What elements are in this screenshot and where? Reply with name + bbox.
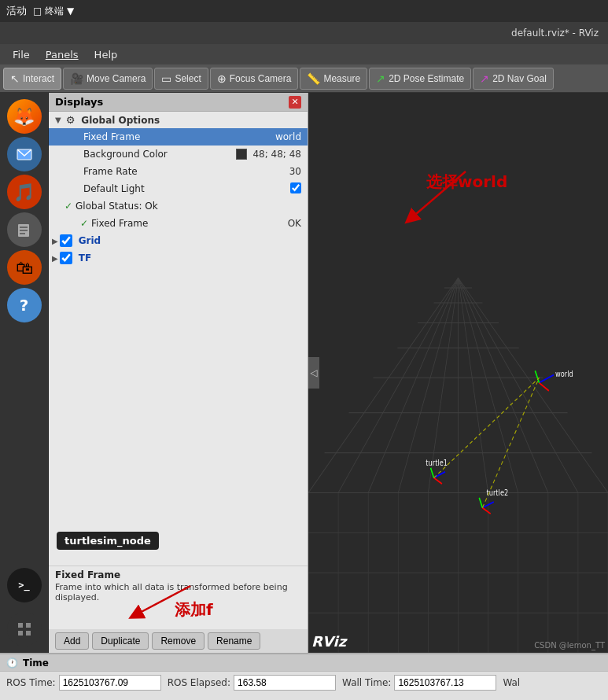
default-light-row[interactable]: Default Light — [49, 180, 308, 197]
remove-button[interactable]: Remove — [152, 632, 205, 650]
displays-panel: Displays ✕ ▼ ⚙ Global Options Fixed Fram… — [49, 93, 308, 653]
svg-rect-5 — [18, 623, 23, 628]
sidebar-music[interactable]: 🎵 — [7, 175, 42, 209]
sidebar-mail[interactable] — [7, 137, 42, 171]
displays-info: Fixed Frame Frame into which all data is… — [49, 566, 308, 606]
sidebar-firefox[interactable]: 🦊 — [7, 99, 42, 134]
global-options-expand[interactable]: ▼ — [55, 116, 61, 124]
activities-label[interactable]: 活动 — [6, 4, 27, 18]
grid-row[interactable]: ▶ Grid — [49, 232, 308, 249]
focus-camera-icon: ⊕ — [217, 72, 227, 85]
svg-rect-4 — [20, 233, 25, 234]
wall-time-input[interactable] — [394, 675, 496, 691]
pose-estimate-button[interactable]: ↗ 2D Pose Estimate — [369, 68, 471, 90]
rviz-logo: RViz — [311, 633, 346, 650]
global-status-row: ✓ Global Status: Ok — [49, 197, 308, 215]
global-options-header: ▼ ⚙ Global Options — [49, 112, 308, 128]
grid-expand[interactable]: ▶ — [52, 237, 58, 245]
nav-goal-icon: ↗ — [480, 72, 489, 85]
tf-expand[interactable]: ▶ — [52, 254, 58, 263]
sidebar-store[interactable]: 🛍 — [7, 250, 42, 285]
displays-close-button[interactable]: ✕ — [289, 96, 301, 109]
fixed-frame-status-checkmark: ✓ — [80, 218, 88, 229]
move-camera-button[interactable]: 🎥 Move Camera — [63, 68, 153, 90]
sidebar-help[interactable]: ? — [7, 288, 42, 322]
wall-time-field: Wall Time: — [342, 675, 496, 691]
background-color-value: 48; 48; 48 — [236, 149, 308, 160]
pose-estimate-icon: ↗ — [376, 72, 385, 85]
add-button[interactable]: Add — [55, 632, 89, 650]
svg-text:turtle2: turtle2 — [487, 488, 509, 497]
time-header: 🕐 Time — [0, 654, 608, 672]
tf-row[interactable]: ▶ TF — [49, 249, 308, 267]
fixed-frame-value: world — [275, 131, 308, 142]
fixed-frame-status-value: OK — [288, 218, 308, 229]
measure-icon: 📏 — [307, 72, 320, 85]
ros-time-input[interactable] — [59, 675, 161, 691]
window-title: default.rviz* - RViz — [511, 28, 599, 39]
svg-rect-8 — [26, 631, 31, 636]
rename-button[interactable]: Rename — [208, 632, 260, 650]
ros-time-field: ROS Time: — [6, 675, 161, 691]
wall-label: Wal — [503, 677, 520, 688]
terminal-icon[interactable]: □ 终端 ▼ — [33, 5, 74, 18]
wall-time-label: Wall Time: — [342, 677, 391, 688]
displays-buttons-bar: Add Duplicate Remove Rename — [49, 629, 308, 653]
watermark: CSDN @lemon_TT — [534, 641, 605, 650]
menu-file[interactable]: File — [6, 47, 36, 62]
displays-content: ▼ ⚙ Global Options Fixed Frame world Bac… — [49, 112, 308, 339]
menu-panels[interactable]: Panels — [39, 47, 85, 62]
default-light-key: Default Light — [80, 183, 290, 194]
wall-field: Wal — [503, 677, 520, 688]
sidebar-files[interactable] — [7, 212, 42, 247]
ros-elapsed-input[interactable] — [234, 675, 336, 691]
focus-camera-button[interactable]: ⊕ Focus Camera — [210, 68, 299, 90]
svg-rect-2 — [20, 227, 28, 228]
icon-sidebar: 🦊 🎵 🛍 ? >_ — [0, 93, 49, 653]
grid-checkbox[interactable] — [60, 234, 72, 247]
interact-button[interactable]: ↖ Interact — [3, 68, 61, 90]
time-label: Time — [23, 658, 49, 669]
fixed-frame-status-row: ✓ Fixed Frame OK — [49, 215, 308, 232]
fixed-frame-status-key: Fixed Frame — [88, 218, 288, 229]
tf-checkbox[interactable] — [60, 252, 72, 264]
collapse-panel-arrow[interactable]: ◁ — [308, 357, 319, 389]
global-status-checkmark: ✓ — [64, 201, 72, 212]
time-row: ROS Time: ROS Elapsed: Wall Time: Wal — [0, 672, 608, 694]
color-swatch — [236, 149, 247, 160]
interact-icon: ↖ — [10, 72, 20, 85]
sidebar-terminal[interactable]: >_ — [7, 568, 42, 602]
svg-rect-6 — [26, 623, 31, 628]
gear-settings-icon: ⚙ — [66, 114, 76, 126]
info-description: Frame into which all data is transformed… — [55, 582, 301, 602]
grid-3d: world turtle1 turtle2 — [308, 93, 608, 653]
displays-header: Displays ✕ — [49, 93, 308, 112]
svg-text:turtle1: turtle1 — [426, 458, 448, 467]
sidebar-grid[interactable] — [7, 612, 42, 647]
svg-text:world: world — [555, 369, 573, 378]
grid-label: Grid — [76, 235, 308, 246]
viewport[interactable]: ◁ — [308, 93, 608, 653]
duplicate-button[interactable]: Duplicate — [92, 632, 149, 650]
frame-rate-value: 30 — [289, 166, 308, 177]
frame-rate-key: Frame Rate — [80, 166, 289, 177]
select-button[interactable]: ▭ Select — [154, 68, 208, 90]
frame-rate-row[interactable]: Frame Rate 30 — [49, 163, 308, 180]
fixed-frame-key: Fixed Frame — [80, 131, 275, 142]
move-camera-label: Move Camera — [87, 73, 146, 84]
svg-rect-3 — [20, 230, 28, 231]
default-light-checkbox[interactable] — [290, 182, 308, 196]
global-options-label: Global Options — [81, 115, 160, 126]
ros-time-label: ROS Time: — [6, 677, 56, 688]
fixed-frame-row[interactable]: Fixed Frame world — [49, 128, 308, 146]
menu-help[interactable]: Help — [88, 47, 124, 62]
nav-goal-button[interactable]: ↗ 2D Nav Goal — [473, 68, 554, 90]
displays-title: Displays — [55, 96, 103, 108]
node-label: turtlesim_node — [57, 532, 159, 550]
measure-button[interactable]: 📏 Measure — [300, 68, 367, 90]
select-label: Select — [175, 73, 201, 84]
focus-camera-label: Focus Camera — [230, 73, 292, 84]
pose-estimate-label: 2D Pose Estimate — [389, 73, 464, 84]
background-color-row[interactable]: Background Color 48; 48; 48 — [49, 146, 308, 163]
measure-label: Measure — [323, 73, 360, 84]
